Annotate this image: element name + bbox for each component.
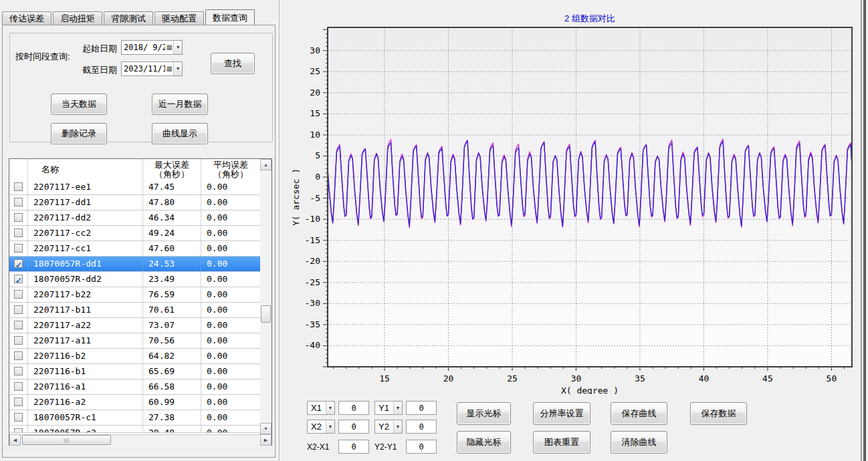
table-row[interactable]: 2207116-b264.820.00 <box>9 349 260 364</box>
row-checkbox[interactable] <box>14 428 23 433</box>
data-query-page: 按时间段查询: 起始日期 ▦ ▼ 截至日期 ▦ ▼ 查找 当天数据近一月数据删除… <box>2 25 276 458</box>
table-row[interactable]: 2207117-a1170.560.00 <box>9 333 260 349</box>
today-data-button[interactable]: 当天数据 <box>51 94 107 115</box>
row-checkbox[interactable] <box>14 275 23 283</box>
max-error-cell: 73.07 <box>143 318 201 333</box>
hide-cursor-button[interactable]: 隐藏光标 <box>457 431 511 454</box>
row-checkbox[interactable] <box>14 382 23 391</box>
scroll-down-button[interactable]: ▼ <box>260 423 272 434</box>
x-tick-label: 25 <box>507 373 518 383</box>
table-row[interactable]: 2207117-b2276.590.00 <box>9 287 260 303</box>
end-date-picker[interactable]: ▦ ▼ <box>121 61 183 76</box>
x2-value-box[interactable] <box>338 420 369 434</box>
scroll-right-button[interactable]: ▶ <box>260 434 272 446</box>
x2-combo[interactable]: X2 ▼ <box>307 420 335 434</box>
scroll-left-button[interactable]: ◀ <box>9 434 21 446</box>
resolution-settings-button[interactable]: 分辨率设置 <box>533 402 590 425</box>
show-cursor-button[interactable]: 显示光标 <box>457 402 511 425</box>
checkbox-cell <box>9 349 28 363</box>
row-checkbox[interactable] <box>14 413 23 422</box>
row-checkbox[interactable] <box>14 244 23 253</box>
last-month-data-button[interactable]: 近一月数据 <box>152 94 208 115</box>
table-row[interactable]: 2207117-b1170.610.00 <box>9 303 260 318</box>
search-button[interactable]: 查找 <box>211 53 255 74</box>
table-row[interactable]: 2207117-dd246.340.00 <box>9 210 260 226</box>
row-checkbox[interactable] <box>14 290 23 299</box>
row-checkbox[interactable] <box>14 182 23 191</box>
row-checkbox[interactable] <box>14 198 23 206</box>
checkbox-cell <box>9 226 28 241</box>
row-checkbox[interactable] <box>14 213 23 222</box>
table-row[interactable]: 2207117-ee147.450.00 <box>9 180 260 195</box>
start-date-input[interactable] <box>122 41 165 53</box>
x-tick-label: 20 <box>443 373 454 383</box>
row-checkbox[interactable] <box>14 336 23 345</box>
tab-backlash-test[interactable]: 背隙测试 <box>104 11 153 25</box>
y1-value-input[interactable] <box>407 402 436 414</box>
start-date-picker[interactable]: ▦ ▼ <box>121 40 183 55</box>
chevron-down-icon[interactable]: ▼ <box>173 41 182 54</box>
end-date-input[interactable] <box>122 63 165 75</box>
tab-drive-config[interactable]: 驱动配置 <box>154 11 204 25</box>
row-checkbox[interactable] <box>14 321 23 329</box>
table-row[interactable]: 2207117-a2273.070.00 <box>9 318 260 333</box>
tab-data-query[interactable]: 数据查询 <box>205 9 255 26</box>
row-checkbox[interactable] <box>14 367 23 375</box>
x1-value-box[interactable] <box>338 401 369 415</box>
dx-value-box <box>338 440 369 454</box>
tab-start-torque[interactable]: 启动扭矩 <box>53 11 102 25</box>
save-curve-button[interactable]: 保存曲线 <box>611 402 667 425</box>
y-tick-label: 15 <box>310 108 320 118</box>
row-checkbox[interactable] <box>14 398 23 406</box>
tab-transfer-error[interactable]: 传达误差 <box>2 11 51 25</box>
y2-combo[interactable]: Y2 ▼ <box>374 420 403 434</box>
max-error-column-header[interactable]: 最大误差 （角秒） <box>143 159 201 180</box>
row-checkbox[interactable] <box>14 305 23 314</box>
max-error-cell: 76.59 <box>143 287 201 302</box>
calendar-icon[interactable]: ▦ <box>165 42 173 53</box>
table-row[interactable]: 18070057R-c127.380.00 <box>9 410 260 426</box>
checkbox-cell <box>9 395 28 410</box>
scroll-up-button[interactable]: ▲ <box>260 159 272 170</box>
row-checkbox[interactable] <box>14 351 23 360</box>
x1-value-input[interactable] <box>339 402 368 414</box>
name-cell: 2207117-b22 <box>28 287 143 302</box>
checkbox-cell <box>9 333 28 348</box>
clear-curve-button[interactable]: 清除曲线 <box>611 431 667 454</box>
y-tick-label: 5 <box>315 150 320 160</box>
y2-value-box[interactable] <box>406 420 437 434</box>
chart-reset-button[interactable]: 图表重置 <box>533 431 590 454</box>
save-data-button[interactable]: 保存数据 <box>690 402 747 425</box>
table-row[interactable]: 18070057R-dd223.490.00 <box>9 272 260 287</box>
name-column-header[interactable]: 名称 <box>28 159 143 180</box>
row-checkbox[interactable] <box>14 228 23 237</box>
table-row[interactable]: 2207117-cc249.240.00 <box>9 226 260 241</box>
table-vertical-scrollbar[interactable] <box>260 159 272 434</box>
avg-error-cell: 0.00 <box>201 303 260 317</box>
table-row[interactable]: 2207116-a166.580.00 <box>9 379 260 395</box>
table-row[interactable]: 2207116-a260.990.00 <box>9 395 260 410</box>
chevron-down-icon[interactable]: ▼ <box>173 62 182 75</box>
x-tick-label: 45 <box>762 373 773 383</box>
table-row[interactable]: 18070057R-c228.480.00 <box>9 426 260 433</box>
avg-error-column-header[interactable]: 平均误差 （角秒） <box>201 159 260 180</box>
delete-record-button[interactable]: 删除记录 <box>51 123 107 144</box>
vertical-scroll-thumb[interactable] <box>261 305 271 323</box>
calendar-icon[interactable]: ▦ <box>165 63 173 74</box>
row-checkbox[interactable] <box>14 259 23 268</box>
avg-error-cell: 0.00 <box>201 395 260 410</box>
x2-value-input[interactable] <box>339 420 368 433</box>
table-row[interactable]: 2207116-b165.690.00 <box>9 364 260 379</box>
avg-error-cell: 0.00 <box>201 241 260 256</box>
horizontal-scroll-thumb[interactable]: ||| <box>22 435 111 445</box>
table-row[interactable]: 18070057R-dd124.530.00 <box>9 257 260 272</box>
curve-display-button[interactable]: 曲线显示 <box>152 123 208 144</box>
date-range-label: 按时间段查询: <box>15 51 70 63</box>
y1-value-box[interactable] <box>406 401 437 415</box>
y1-combo[interactable]: Y1 ▼ <box>374 401 403 415</box>
table-body: 2207117-ee147.450.002207117-dd147.800.00… <box>9 180 260 434</box>
y2-value-input[interactable] <box>407 420 436 433</box>
table-row[interactable]: 2207117-dd147.800.00 <box>9 195 260 210</box>
x1-combo[interactable]: X1 ▼ <box>307 401 335 415</box>
table-row[interactable]: 2207117-cc147.600.00 <box>9 241 260 257</box>
